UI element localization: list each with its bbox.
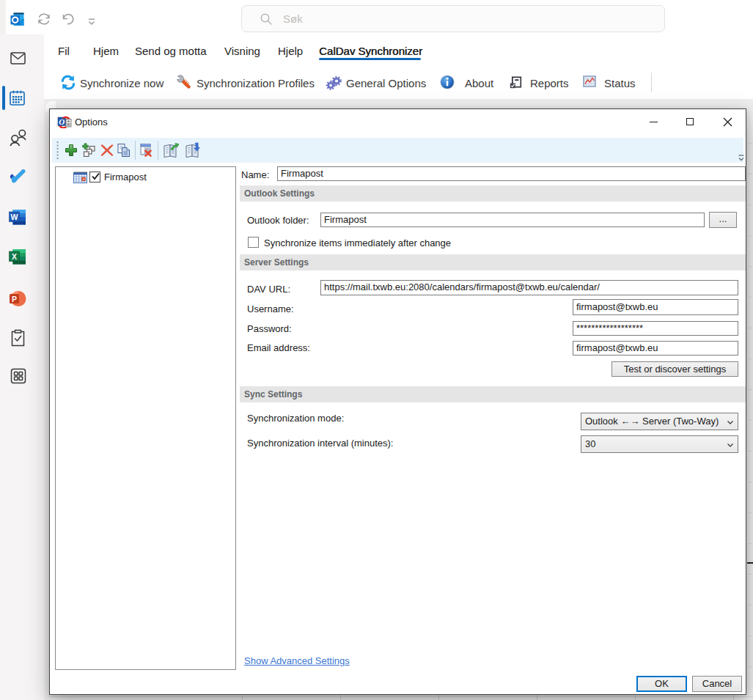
svg-text:X: X bbox=[12, 252, 17, 261]
svg-text:P: P bbox=[12, 295, 17, 303]
svg-text:W: W bbox=[11, 213, 18, 221]
